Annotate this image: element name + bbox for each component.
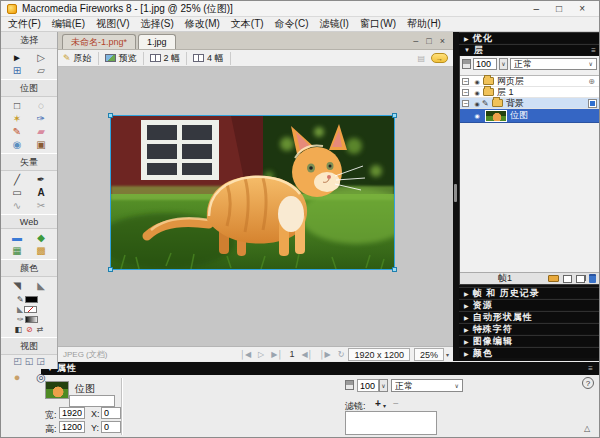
knife-tool-icon[interactable]: ✂ [33,199,50,212]
eyedropper-tool-icon[interactable]: ◥ [9,279,26,292]
dock-resize-grip[interactable] [454,184,457,202]
visibility-eye-icon[interactable]: ◉ [472,78,482,85]
standard-screen-mode-button[interactable]: ◰ [13,357,22,366]
layer-row-layer-1[interactable]: − ◉ 层 1 [460,87,600,98]
frames-history-panel-header[interactable]: ▶ 帧 和 历史记录 [459,287,600,298]
first-frame-button[interactable]: │◀ [240,350,251,359]
visibility-eye-icon[interactable]: ◉ [472,100,482,107]
expand-box-icon[interactable]: − [462,78,469,85]
gradient-swatch[interactable] [25,316,38,323]
selection-handle-bottom-left[interactable] [108,267,113,272]
menu-text[interactable]: 文本(T) [231,17,264,31]
doc-minimize-button[interactable]: – [413,36,418,46]
tab-1-jpg[interactable]: 1.jpg [138,34,176,49]
new-layer-icon[interactable] [576,275,585,283]
hand-tool-icon[interactable]: ● [9,371,26,384]
paint-bucket-tool-icon[interactable]: ◣ [33,279,50,292]
view-mode-2up[interactable]: 2 幅 [150,52,188,65]
object-opacity-input[interactable] [357,379,379,392]
height-input[interactable] [59,421,85,433]
colors-panel-header[interactable]: ▶ 颜色 [459,347,600,358]
brush-tool-icon[interactable]: ✑ [33,112,50,125]
selection-handle-top-left[interactable] [108,113,113,118]
previous-frame-button[interactable]: ◀│ [301,350,312,359]
stroke-color-well[interactable]: ✎ [17,295,41,303]
distribute-to-frames-icon[interactable] [548,275,559,282]
object-blend-mode-select[interactable]: 正常 ∨ [391,379,463,392]
expand-box-icon[interactable]: − [462,100,469,107]
layer-row-background[interactable]: − ◉ ✎ 背景 [460,98,600,109]
stroke-color-swatch[interactable] [25,296,38,303]
add-filter-dropdown-arrow[interactable]: ▾ [383,402,386,409]
subselection-tool-icon[interactable]: ▷ [33,51,50,64]
marquee-tool-icon[interactable]: □ [9,99,26,112]
menu-file[interactable]: 文件(F) [8,17,41,31]
minimize-button[interactable]: – [534,1,540,17]
special-characters-panel-header[interactable]: ▶ 特殊字符 [459,323,600,334]
blend-mode-select[interactable]: 正常 ∨ [510,58,597,70]
property-inspector-header[interactable]: ▼ 属性 ≡ [41,362,599,375]
layers-panel-header[interactable]: ▼ 层 ≡ [459,44,600,55]
distort-tool-icon[interactable]: ▱ [33,64,50,77]
help-button[interactable]: ? [582,377,594,389]
opacity-dropdown-arrow[interactable]: ∨ [379,379,388,392]
pen-tool-icon[interactable]: ✒ [33,173,50,186]
pencil-tool-icon[interactable]: ✎ [9,125,26,138]
menu-edit[interactable]: 编辑(E) [52,17,85,31]
full-screen-mode-button[interactable]: ◲ [36,357,45,366]
view-mode-preview[interactable]: 预览 [105,52,144,65]
optimize-panel-header[interactable]: ▶ 优化 [459,32,600,43]
layer-row-bitmap[interactable]: ◉ 位图 [460,109,600,123]
remove-filter-button[interactable]: − [393,398,399,409]
polygon-hotspot-tool-icon[interactable]: ◆ [33,231,50,244]
rectangle-tool-icon[interactable]: ▭ [9,186,26,199]
fill-color-well[interactable]: ◣ [17,305,41,313]
play-button[interactable]: ▷ [258,350,264,359]
layer-row-web-layer[interactable]: − ◉ 网页层 ⊕ [460,76,600,87]
freeform-tool-icon[interactable]: ∿ [9,199,26,212]
swap-colors-button[interactable]: ⇄ [37,325,44,334]
blur-tool-icon[interactable]: ◉ [9,138,26,151]
x-input[interactable] [101,407,121,419]
view-mode-4up[interactable]: 4 幅 [193,52,231,65]
fill-color-swatch[interactable] [24,306,37,313]
full-screen-menus-mode-button[interactable]: ◱ [25,357,34,366]
doc-restore-button[interactable]: □ [426,36,431,46]
canvas-area[interactable] [58,67,453,346]
visibility-eye-icon[interactable]: ◉ [472,89,482,96]
canvas-image-kitten[interactable] [111,116,394,269]
menu-filters[interactable]: 滤镜(I) [319,17,348,31]
tab-untitled-1[interactable]: 未命名-1.png* [62,34,136,49]
width-input[interactable] [59,407,85,419]
slice-tool-icon[interactable]: ▦ [9,244,26,257]
gradient-well[interactable]: ✑ [17,315,41,323]
opacity-dropdown-arrow[interactable]: ∨ [499,58,508,70]
rubber-stamp-tool-icon[interactable]: ▣ [33,138,50,151]
export-area-tool-icon[interactable]: ⊞ [9,64,26,77]
no-stroke-fill-button[interactable]: ⊘ [26,325,33,334]
menu-help[interactable]: 帮助(H) [407,17,441,31]
filters-list[interactable] [345,411,437,435]
visibility-eye-icon[interactable]: ◉ [472,112,482,119]
magic-wand-tool-icon[interactable]: ✶ [9,112,26,125]
default-colors-button[interactable]: ◧ [15,325,23,334]
doc-close-button[interactable]: × [440,36,445,46]
eraser-tool-icon[interactable]: ▰ [33,125,50,138]
delete-layer-icon[interactable] [589,274,596,283]
next-frame-button[interactable]: │▶ [320,350,331,359]
image-editing-panel-header[interactable]: ▶ 图像编辑 [459,335,600,346]
panel-options-icon[interactable]: ≡ [591,46,596,55]
zoom-dropdown-arrow[interactable]: ▾ [446,351,449,358]
add-filter-button[interactable]: + [375,398,381,409]
panel-options-icon[interactable]: ≡ [588,364,593,373]
zoom-level-indicator[interactable]: 25% [414,348,444,361]
menu-commands[interactable]: 命令(C) [275,17,309,31]
maximize-button[interactable]: □ [556,1,562,17]
menu-view[interactable]: 视图(V) [96,17,129,31]
selection-handle-top-right[interactable] [392,113,397,118]
zoom-tool-icon[interactable]: ◎ [33,371,50,384]
new-sub-layer-icon[interactable] [563,275,572,283]
loop-button[interactable]: ↻ [338,350,345,359]
menu-modify[interactable]: 修改(M) [185,17,220,31]
y-input[interactable] [101,421,121,433]
